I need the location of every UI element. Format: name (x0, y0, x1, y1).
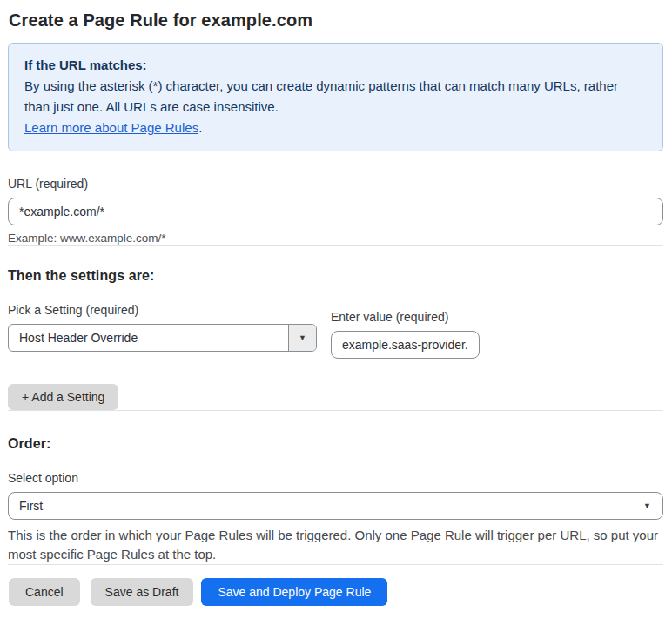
settings-row: Pick a Setting (required) Host Header Ov… (8, 303, 663, 359)
settings-section: Then the settings are: Pick a Setting (r… (8, 268, 663, 410)
order-section: Order: Select option First ▼ This is the… (8, 436, 663, 564)
url-label: URL (required) (8, 177, 663, 191)
url-section: URL (required) Example: www.example.com/… (8, 177, 663, 245)
form-actions: Cancel Save as Draft Save and Deploy Pag… (8, 578, 663, 606)
setting-value-input[interactable] (331, 331, 480, 359)
settings-heading: Then the settings are: (8, 268, 663, 284)
cancel-button[interactable]: Cancel (9, 578, 80, 606)
chevron-down-icon: ▼ (643, 501, 651, 510)
info-box-body: By using the asterisk (*) character, you… (24, 76, 647, 118)
url-hint: Example: www.example.com/* (8, 232, 663, 245)
setting-select-value: Host Header Override (9, 325, 288, 351)
page-title: Create a Page Rule for example.com (9, 10, 663, 30)
chevron-down-icon[interactable]: ▼ (288, 325, 316, 351)
url-input[interactable] (8, 198, 663, 225)
pick-setting-col: Pick a Setting (required) Host Header Ov… (8, 303, 317, 359)
enter-value-col: Enter value (required) (331, 310, 480, 359)
url-match-info-box: If the URL matches: By using the asteris… (8, 43, 663, 151)
setting-select[interactable]: Host Header Override ▼ (8, 324, 317, 352)
order-help-text: This is the order in which your Page Rul… (8, 526, 663, 564)
info-link-line: Learn more about Page Rules. (24, 118, 647, 138)
info-box-heading: If the URL matches: (24, 55, 647, 76)
order-heading: Order: (8, 436, 663, 452)
order-select[interactable]: First ▼ (8, 492, 663, 520)
divider (8, 245, 663, 246)
save-and-deploy-button[interactable]: Save and Deploy Page Rule (201, 578, 387, 606)
order-select-label: Select option (8, 471, 663, 485)
add-setting-button[interactable]: + Add a Setting (8, 384, 118, 410)
divider (8, 564, 663, 565)
save-as-draft-button[interactable]: Save as Draft (91, 578, 194, 606)
link-suffix: . (198, 120, 202, 135)
pick-setting-label: Pick a Setting (required) (8, 303, 317, 317)
learn-more-link[interactable]: Learn more about Page Rules (24, 120, 198, 135)
create-page-rule-form: Create a Page Rule for example.com If th… (0, 0, 672, 606)
order-select-value: First (19, 499, 43, 513)
divider (8, 410, 663, 411)
enter-value-label: Enter value (required) (331, 310, 480, 324)
